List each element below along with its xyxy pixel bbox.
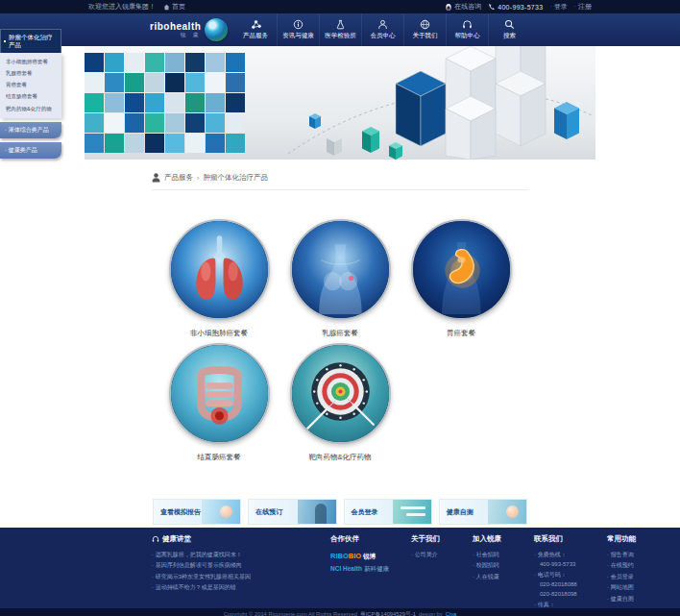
product-targeted-drugs[interactable]: 靶向药物&化疗药物 [279, 343, 401, 461]
copyright-text: Copyright © 2014 Ricongene.com All Right… [224, 611, 357, 616]
sidebar-item-nsclc[interactable]: 非小细胞肺癌套餐 [0, 56, 61, 67]
tel-number: 020-82018088 [534, 580, 607, 590]
promo-image [488, 500, 526, 524]
sidebar-item-breast-cancer[interactable]: 乳腺癌套餐 [0, 67, 61, 79]
molecule-icon [251, 19, 261, 30]
footer-link[interactable]: 远离乳腺癌，把我的健康找回来！ [152, 550, 330, 560]
logo[interactable]: ribohealth 锐 康 [150, 18, 228, 41]
hotline-label: 免费热线： [534, 550, 607, 560]
mosaic-tile [226, 134, 245, 153]
mosaic-tile [226, 113, 245, 133]
promo-member-login[interactable]: 会员登录 [344, 499, 432, 525]
home-link[interactable]: 首页 [163, 2, 185, 12]
info-icon [293, 19, 304, 30]
qq-icon [445, 3, 452, 12]
mosaic-tile [125, 134, 144, 153]
sidebar-item-tumor-products[interactable]: 肿瘤个体化治疗产品 [0, 29, 61, 53]
footer-link[interactable]: 会员登录 [607, 572, 661, 582]
globe-icon [420, 19, 430, 30]
flask-icon [335, 19, 346, 30]
mosaic-tile [125, 93, 144, 112]
banner [85, 46, 595, 160]
footer-link[interactable]: 研究揭示3种东亚女性乳腺癌相关基因 [152, 572, 330, 582]
breast-cancer-image [290, 219, 391, 320]
mosaic-tile [85, 93, 104, 112]
footer-link[interactable]: 报告查询 [607, 550, 661, 560]
footer-link[interactable]: 健康自测 [607, 594, 661, 604]
main-nav: ribohealth 锐 康 产品服务 资讯与健康 [0, 13, 680, 46]
mosaic-tile [105, 93, 124, 112]
footer-link[interactable]: 人在锐康 [473, 572, 534, 582]
footer-link[interactable]: 公司简介 [411, 550, 473, 560]
logo-text-en: ribohealth [150, 21, 201, 32]
mosaic-tile [105, 53, 124, 72]
mosaic-tile [165, 73, 184, 92]
nav-item-news-health[interactable]: 资讯与健康 [277, 13, 319, 46]
promo-health-selftest[interactable]: 健康自测 [439, 499, 527, 525]
nav-item-products[interactable]: 产品服务 [234, 13, 277, 46]
product-breast-cancer[interactable]: 乳腺癌套餐 [279, 219, 401, 337]
footer-col-functions: 常用功能 报告查询 在线预约 会员登录 网站地图 健康自测 [607, 534, 661, 608]
mosaic-tile [105, 113, 124, 133]
login-link[interactable]: 登录 [549, 2, 567, 12]
headset-icon [462, 19, 473, 30]
mosaic-tile [145, 134, 164, 153]
promo-image [298, 500, 336, 524]
product-colorectal-cancer[interactable]: 结直肠癌套餐 [158, 343, 279, 461]
tel-label: 电话号码： [534, 570, 607, 580]
footer-link[interactable]: 基因序列信息解读可显示疾病倾向 [152, 560, 330, 571]
design-author-link[interactable]: Ciya [446, 611, 457, 616]
mosaic-tile [165, 113, 184, 133]
mosaic-tile [206, 93, 225, 112]
sidebar-item-targeted-drugs[interactable]: 靶向药物&化疗药物 [0, 103, 61, 114]
footer-link[interactable]: 校园招聘 [473, 560, 534, 571]
icp-number: 粤ICP备14094529号-1 [360, 610, 416, 616]
breadcrumb-section[interactable]: 产品服务 [164, 173, 193, 183]
copyright-bar: Copyright © 2014 Ricongene.com All Right… [0, 608, 680, 616]
nav-item-search[interactable]: 搜索 [488, 13, 530, 46]
mosaic-tile [206, 113, 225, 133]
promo-image [202, 500, 240, 524]
footer-link[interactable]: 网站地图 [607, 582, 661, 593]
product-nsclc[interactable]: 非小细胞肺癌套餐 [158, 219, 279, 337]
mosaic-tile [185, 134, 205, 153]
nav-item-help-center[interactable]: 帮助中心 [446, 13, 488, 46]
design-by: design by [419, 611, 443, 616]
nav-item-about-us[interactable]: 关于我们 [403, 13, 446, 46]
footer-col-join: 加入锐康 社会招聘 校园招聘 人在锐康 [473, 534, 534, 608]
mosaic-tile [105, 134, 124, 153]
product-label: 靶向药物&化疗药物 [308, 453, 371, 461]
sidebar-sublist: 非小细胞肺癌套餐 乳腺癌套餐 胃癌套餐 结直肠癌套餐 靶向药物&化疗药物 [0, 53, 61, 118]
mosaic-tile [85, 53, 104, 72]
mosaic-tile [226, 93, 245, 112]
footer-link[interactable]: 社会招聘 [473, 550, 534, 560]
online-consult-link[interactable]: 在线咨询 [445, 2, 481, 12]
products-grid: 非小细胞肺癌套餐 乳腺癌套餐 [158, 219, 522, 467]
promo-online-booking[interactable]: 在线预订 [248, 499, 336, 525]
partner-ncihealth-logo[interactable]: NCI Health新科健康 [330, 563, 411, 575]
footer-link[interactable]: 运动持续不给力？或是基因的错 [152, 582, 330, 593]
mosaic-tile [165, 134, 184, 153]
mosaic-tile [165, 53, 184, 72]
product-gastric-cancer[interactable]: 胃癌套餐 [401, 219, 522, 337]
mosaic-tile [185, 93, 205, 112]
mosaic-tile [125, 53, 144, 72]
footer-col-about: 关于我们 公司简介 [411, 534, 473, 608]
product-label: 胃癌套餐 [447, 329, 475, 337]
partner-ribobio-logo[interactable]: RIBOBIO锐博 [330, 550, 411, 563]
mosaic-tile [145, 113, 164, 133]
promo-view-sample-report[interactable]: 查看模拟报告 [153, 499, 241, 525]
product-label: 非小细胞肺癌套餐 [190, 329, 248, 337]
nav-item-member-center[interactable]: 会员中心 [361, 13, 403, 46]
sidebar-item-colorectal-cancer[interactable]: 结直肠癌套餐 [0, 90, 61, 102]
register-link[interactable]: 注册 [574, 2, 592, 12]
footer-col-contact: 联系我们 免费热线： 400-993-5733 电话号码： 020-820180… [534, 534, 607, 608]
mosaic-tile [226, 53, 245, 72]
nav-item-medical-lab[interactable]: 医学检验所 [319, 13, 361, 46]
sidebar-item-liquid-products[interactable]: 液体综合类产品 [0, 122, 61, 138]
footer-link[interactable]: 在线预约 [607, 560, 661, 571]
mosaic-tile [206, 73, 225, 92]
sidebar-item-health-products[interactable]: 健康类产品 [0, 142, 61, 159]
mosaic-tile [206, 53, 225, 72]
sidebar-item-gastric-cancer[interactable]: 胃癌套餐 [0, 79, 61, 90]
